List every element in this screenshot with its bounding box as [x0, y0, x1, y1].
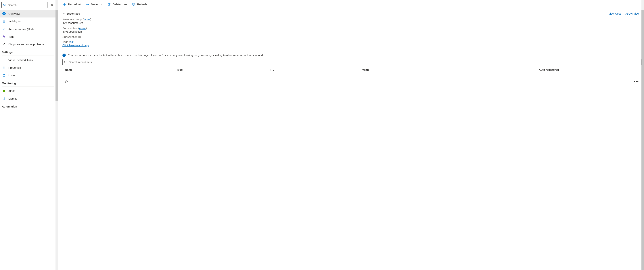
more-icon: ••• — [634, 79, 639, 84]
info-text: You can search for record sets that have… — [68, 53, 264, 57]
sidebar-item-label: Activity log — [8, 20, 22, 23]
essentials-title: Essentials — [66, 12, 80, 15]
subscription-move-link[interactable]: move — [79, 27, 86, 30]
sidebar-item-tags[interactable]: Tags — [0, 33, 56, 40]
toolbar: Record set Move — [62, 0, 642, 9]
lock-icon — [2, 73, 6, 77]
delete-zone-button[interactable]: Delete zone — [107, 2, 128, 7]
svg-point-34 — [64, 61, 66, 63]
svg-text:DNS: DNS — [3, 13, 6, 14]
vnet-links-icon — [2, 58, 6, 62]
view-cost-link[interactable]: View Cost — [606, 12, 623, 15]
sidebar-section-monitoring: Monitoring — [0, 79, 56, 86]
column-header-auto[interactable]: Auto registered — [539, 68, 632, 71]
subscription-id-label: Subscription ID — [62, 35, 642, 38]
records-table-header: Name Type TTL Value Auto registered — [62, 66, 642, 73]
svg-point-9 — [4, 29, 5, 29]
dns-zone-icon: DNS — [2, 12, 6, 15]
svg-rect-17 — [4, 67, 4, 69]
toolbar-label: Move — [91, 3, 98, 6]
sidebar-collapse-button[interactable] — [50, 3, 54, 7]
sidebar-item-access-control[interactable]: Access control (IAM) — [0, 25, 56, 33]
sidebar-item-label: Virtual network links — [8, 58, 33, 62]
essentials-toggle[interactable]: Essentials — [62, 12, 80, 15]
svg-rect-16 — [3, 67, 4, 69]
svg-rect-19 — [3, 75, 5, 76]
trash-icon — [108, 3, 111, 6]
svg-point-12 — [3, 59, 3, 60]
sidebar-item-metrics[interactable]: Metrics — [0, 95, 56, 102]
info-icon: i — [62, 54, 66, 57]
table-row[interactable]: @ ••• — [62, 73, 642, 90]
tags-edit-link[interactable]: edit — [70, 40, 74, 43]
column-header-name[interactable]: Name — [65, 68, 176, 71]
column-header-value[interactable]: Value — [362, 68, 539, 71]
svg-rect-18 — [5, 67, 5, 69]
record-search[interactable] — [62, 59, 642, 65]
svg-rect-22 — [4, 92, 4, 92]
column-header-type[interactable]: Type — [176, 68, 270, 71]
sidebar-item-locks[interactable]: Locks — [0, 71, 56, 79]
sidebar-search[interactable] — [2, 2, 48, 8]
record-set-button[interactable]: Record set — [62, 2, 82, 7]
record-search-input[interactable] — [68, 60, 640, 64]
sidebar: DNS Overview Activity log Access control… — [0, 0, 56, 270]
scrollbar-thumb[interactable] — [642, 10, 644, 270]
tag-icon — [2, 35, 6, 38]
sidebar-section-automation: Automation — [0, 102, 56, 109]
sidebar-section-settings: Settings — [0, 48, 56, 55]
properties-icon — [2, 66, 6, 69]
refresh-button[interactable]: Refresh — [132, 2, 147, 7]
svg-point-13 — [5, 59, 5, 60]
svg-point-0 — [4, 4, 5, 6]
main-content: Record set Move — [58, 0, 642, 270]
row-context-menu-button[interactable]: ••• — [632, 79, 639, 84]
sidebar-item-label: Diagnose and solve problems — [8, 43, 44, 46]
sidebar-item-label: Locks — [8, 74, 16, 77]
sidebar-item-vnet-links[interactable]: Virtual network links — [0, 56, 56, 64]
sidebar-item-diagnose[interactable]: Diagnose and solve problems — [0, 40, 56, 48]
essentials-body: Resource group (move) MyResourceGrp Subs… — [62, 16, 642, 52]
scrollbar-thumb[interactable] — [56, 10, 58, 101]
info-banner: i You can search for record sets that ha… — [62, 52, 642, 59]
sidebar-item-overview[interactable]: DNS Overview — [0, 10, 56, 17]
sidebar-item-label: Overview — [8, 12, 20, 15]
sidebar-item-label: Alerts — [8, 89, 15, 93]
iam-icon — [2, 27, 6, 31]
svg-point-11 — [3, 36, 4, 36]
tags-label: Tags (edit) — [62, 38, 642, 43]
resource-group-value: MyResourceGrp — [62, 21, 642, 26]
svg-point-8 — [3, 28, 4, 29]
main-scrollbar[interactable] — [642, 0, 644, 270]
subscription-value: MySubscription — [62, 30, 642, 35]
cell-name: @ — [65, 80, 176, 83]
sidebar-item-label: Properties — [8, 66, 21, 69]
svg-rect-29 — [108, 4, 110, 6]
sidebar-search-input[interactable] — [8, 3, 46, 7]
search-icon — [3, 3, 6, 6]
sidebar-item-label: Metrics — [8, 97, 17, 100]
svg-line-1 — [5, 5, 6, 6]
svg-rect-25 — [4, 98, 5, 100]
search-icon — [64, 61, 67, 64]
svg-line-35 — [66, 63, 67, 63]
arrow-right-icon — [86, 3, 89, 6]
toolbar-label: Refresh — [137, 3, 147, 6]
tags-add-link[interactable]: Click here to add tags — [62, 44, 89, 47]
sidebar-item-properties[interactable]: Properties — [0, 64, 56, 71]
resource-group-label: Resource group (move) — [62, 17, 642, 21]
sidebar-item-label: Tags — [8, 35, 14, 38]
sidebar-item-activity-log[interactable]: Activity log — [0, 17, 56, 25]
column-header-ttl[interactable]: TTL — [269, 68, 362, 71]
resource-group-move-link[interactable]: move — [84, 18, 90, 21]
svg-rect-21 — [4, 90, 4, 91]
svg-rect-23 — [3, 99, 4, 100]
sidebar-scrollbar[interactable] — [56, 0, 58, 270]
wrench-icon — [2, 42, 6, 46]
sidebar-item-alerts[interactable]: Alerts — [0, 87, 56, 95]
svg-rect-24 — [4, 98, 4, 100]
divider — [62, 50, 642, 50]
sidebar-item-label: Access control (IAM) — [8, 27, 34, 31]
json-view-link[interactable]: JSON View — [623, 12, 642, 15]
move-button[interactable]: Move — [86, 2, 103, 7]
